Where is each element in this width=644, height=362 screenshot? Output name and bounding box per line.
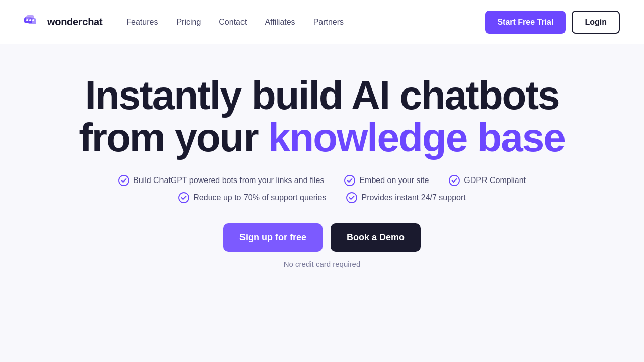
feature-item-1: Build ChatGPT powered bots from your lin…: [118, 175, 324, 186]
nav-link-features[interactable]: Features: [126, 18, 158, 26]
logo-icon: [24, 15, 42, 29]
navbar: wonderchat Features Pricing Contact Affi…: [0, 0, 644, 44]
nav-link-affiliates[interactable]: Affiliates: [265, 18, 295, 26]
svg-point-5: [32, 19, 34, 21]
feature-item-5: Provides instant 24/7 support: [346, 192, 465, 203]
sign-up-button[interactable]: Sign up for free: [223, 223, 323, 252]
feature-item-2: Embed on your site: [344, 175, 429, 186]
no-credit-card-text: No credit card required: [284, 260, 361, 268]
nav-link-pricing[interactable]: Pricing: [176, 18, 201, 26]
svg-rect-2: [28, 18, 36, 24]
headline-accent: knowledge base: [268, 115, 565, 160]
feature-text-1: Build ChatGPT powered bots from your lin…: [133, 176, 324, 185]
svg-point-9: [179, 193, 189, 203]
feature-text-5: Provides instant 24/7 support: [361, 193, 465, 202]
hero-section: Instantly build AI chatbots from your kn…: [0, 44, 644, 289]
nav-link-contact[interactable]: Contact: [219, 18, 247, 26]
check-icon-5: [346, 192, 357, 203]
feature-text-2: Embed on your site: [359, 176, 429, 185]
check-icon-1: [118, 175, 129, 186]
svg-point-6: [119, 175, 129, 186]
feature-text-4: Reduce up to 70% of support queries: [193, 193, 326, 202]
logo-text: wonderchat: [47, 16, 102, 28]
svg-point-8: [449, 175, 459, 186]
svg-point-4: [29, 19, 31, 21]
cta-buttons: Sign up for free Book a Demo: [223, 223, 421, 252]
login-button[interactable]: Login: [572, 11, 620, 34]
feature-item-3: GDPR Compliant: [449, 175, 526, 186]
headline-line1: Instantly build AI chatbots: [85, 73, 559, 118]
nav-link-partners[interactable]: Partners: [313, 18, 344, 26]
check-icon-3: [449, 175, 460, 186]
feature-text-3: GDPR Compliant: [464, 176, 526, 185]
svg-point-7: [345, 175, 355, 186]
feature-item-4: Reduce up to 70% of support queries: [178, 192, 326, 203]
start-free-trial-button[interactable]: Start Free Trial: [485, 11, 566, 34]
logo[interactable]: wonderchat: [24, 15, 102, 29]
book-demo-button[interactable]: Book a Demo: [331, 223, 421, 252]
headline-line2-plain: from your: [79, 115, 268, 160]
check-icon-2: [344, 175, 355, 186]
check-icon-4: [178, 192, 189, 203]
svg-point-3: [26, 19, 28, 21]
svg-point-10: [347, 193, 357, 203]
features-list: Build ChatGPT powered bots from your lin…: [96, 175, 548, 203]
hero-headline: Instantly build AI chatbots from your kn…: [79, 74, 565, 159]
